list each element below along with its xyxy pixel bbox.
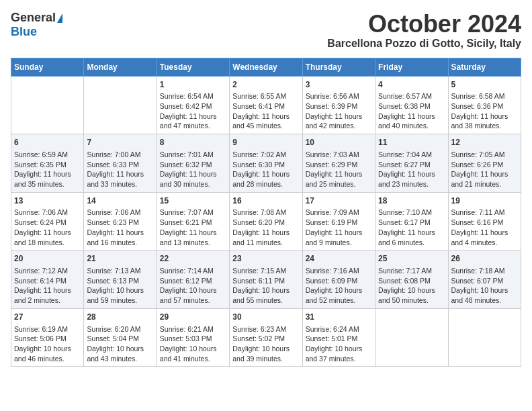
day-number: 8 <box>160 137 226 148</box>
calendar-cell: 24Sunrise: 7:16 AM Sunset: 6:09 PM Dayli… <box>302 250 375 309</box>
cell-content: Sunrise: 6:58 AM Sunset: 6:36 PM Dayligh… <box>451 91 518 131</box>
calendar-cell: 31Sunrise: 6:24 AM Sunset: 5:01 PM Dayli… <box>302 308 375 367</box>
calendar-cell <box>448 308 521 367</box>
calendar-cell: 13Sunrise: 7:06 AM Sunset: 6:24 PM Dayli… <box>11 192 84 250</box>
day-number: 25 <box>378 253 445 265</box>
day-number: 6 <box>14 137 81 148</box>
calendar-cell: 11Sunrise: 7:04 AM Sunset: 6:27 PM Dayli… <box>375 134 448 193</box>
calendar-cell <box>375 308 448 367</box>
day-number: 24 <box>306 253 372 265</box>
calendar-cell: 20Sunrise: 7:12 AM Sunset: 6:14 PM Dayli… <box>11 250 84 309</box>
calendar-cell: 2Sunrise: 6:55 AM Sunset: 6:41 PM Daylig… <box>230 76 302 134</box>
calendar-cell: 6Sunrise: 6:59 AM Sunset: 6:35 PM Daylig… <box>11 134 84 193</box>
cell-content: Sunrise: 6:24 AM Sunset: 5:01 PM Dayligh… <box>306 324 372 364</box>
calendar-cell: 23Sunrise: 7:15 AM Sunset: 6:11 PM Dayli… <box>230 250 302 309</box>
calendar-cell: 7Sunrise: 7:00 AM Sunset: 6:33 PM Daylig… <box>84 134 157 193</box>
day-number: 26 <box>451 253 518 265</box>
cell-content: Sunrise: 7:01 AM Sunset: 6:32 PM Dayligh… <box>160 150 226 189</box>
day-header-thursday: Thursday <box>302 58 375 76</box>
day-number: 31 <box>306 312 372 323</box>
calendar-cell: 1Sunrise: 6:54 AM Sunset: 6:42 PM Daylig… <box>157 76 229 134</box>
calendar-week-row: 20Sunrise: 7:12 AM Sunset: 6:14 PM Dayli… <box>11 250 521 309</box>
cell-content: Sunrise: 7:11 AM Sunset: 6:16 PM Dayligh… <box>451 208 518 247</box>
calendar-cell: 21Sunrise: 7:13 AM Sunset: 6:13 PM Dayli… <box>84 250 157 309</box>
day-header-wednesday: Wednesday <box>230 58 302 76</box>
day-number: 13 <box>14 195 81 207</box>
cell-content: Sunrise: 7:04 AM Sunset: 6:27 PM Dayligh… <box>378 150 445 189</box>
calendar-week-row: 1Sunrise: 6:54 AM Sunset: 6:42 PM Daylig… <box>11 76 521 134</box>
cell-content: Sunrise: 7:10 AM Sunset: 6:17 PM Dayligh… <box>378 208 445 247</box>
cell-content: Sunrise: 6:20 AM Sunset: 5:04 PM Dayligh… <box>87 324 153 364</box>
calendar-cell: 17Sunrise: 7:09 AM Sunset: 6:19 PM Dayli… <box>302 192 375 250</box>
day-number: 22 <box>160 253 226 265</box>
cell-content: Sunrise: 7:09 AM Sunset: 6:19 PM Dayligh… <box>306 208 372 247</box>
day-header-sunday: Sunday <box>11 58 84 76</box>
cell-content: Sunrise: 6:23 AM Sunset: 5:02 PM Dayligh… <box>232 324 299 364</box>
logo: General Blue <box>11 11 62 39</box>
day-number: 16 <box>232 195 299 207</box>
calendar-cell: 26Sunrise: 7:18 AM Sunset: 6:07 PM Dayli… <box>448 250 521 309</box>
cell-content: Sunrise: 7:08 AM Sunset: 6:20 PM Dayligh… <box>232 208 299 247</box>
calendar-body: 1Sunrise: 6:54 AM Sunset: 6:42 PM Daylig… <box>11 76 521 367</box>
day-number: 30 <box>232 312 299 323</box>
day-number: 5 <box>451 79 518 91</box>
day-number: 20 <box>14 253 81 265</box>
cell-content: Sunrise: 6:59 AM Sunset: 6:35 PM Dayligh… <box>14 150 81 189</box>
day-number: 4 <box>378 79 445 91</box>
logo-general-text: General <box>11 11 56 25</box>
calendar-cell <box>11 76 84 134</box>
cell-content: Sunrise: 7:17 AM Sunset: 6:08 PM Dayligh… <box>378 266 445 306</box>
day-number: 23 <box>232 253 299 265</box>
calendar-cell: 18Sunrise: 7:10 AM Sunset: 6:17 PM Dayli… <box>375 192 448 250</box>
cell-content: Sunrise: 6:19 AM Sunset: 5:06 PM Dayligh… <box>14 324 81 364</box>
day-number: 12 <box>451 137 518 148</box>
month-title: October 2024 <box>327 11 521 38</box>
calendar-cell: 22Sunrise: 7:14 AM Sunset: 6:12 PM Dayli… <box>157 250 229 309</box>
day-number: 15 <box>160 195 226 207</box>
calendar-cell: 30Sunrise: 6:23 AM Sunset: 5:02 PM Dayli… <box>230 308 302 367</box>
day-number: 18 <box>378 195 445 207</box>
calendar-cell: 10Sunrise: 7:03 AM Sunset: 6:29 PM Dayli… <box>302 134 375 193</box>
calendar-week-row: 13Sunrise: 7:06 AM Sunset: 6:24 PM Dayli… <box>11 192 521 250</box>
day-number: 21 <box>87 253 153 265</box>
cell-content: Sunrise: 7:07 AM Sunset: 6:21 PM Dayligh… <box>160 208 226 247</box>
day-number: 19 <box>451 195 518 207</box>
day-number: 9 <box>232 137 299 148</box>
cell-content: Sunrise: 6:54 AM Sunset: 6:42 PM Dayligh… <box>160 91 226 131</box>
cell-content: Sunrise: 7:12 AM Sunset: 6:14 PM Dayligh… <box>14 266 81 306</box>
day-number: 10 <box>306 137 372 148</box>
day-header-friday: Friday <box>375 58 448 76</box>
day-number: 3 <box>306 79 372 91</box>
logo-triangle-icon <box>57 13 62 23</box>
day-number: 28 <box>87 312 153 323</box>
cell-content: Sunrise: 7:06 AM Sunset: 6:23 PM Dayligh… <box>87 208 153 247</box>
cell-content: Sunrise: 7:15 AM Sunset: 6:11 PM Dayligh… <box>232 266 299 306</box>
cell-content: Sunrise: 7:16 AM Sunset: 6:09 PM Dayligh… <box>306 266 372 306</box>
day-number: 14 <box>87 195 153 207</box>
day-number: 7 <box>87 137 153 148</box>
cell-content: Sunrise: 6:57 AM Sunset: 6:38 PM Dayligh… <box>378 91 445 131</box>
day-header-tuesday: Tuesday <box>157 58 229 76</box>
day-number: 11 <box>378 137 445 148</box>
page-header: General Blue October 2024 Barcellona Poz… <box>11 11 521 50</box>
calendar-cell: 19Sunrise: 7:11 AM Sunset: 6:16 PM Dayli… <box>448 192 521 250</box>
calendar-cell: 5Sunrise: 6:58 AM Sunset: 6:36 PM Daylig… <box>448 76 521 134</box>
logo-blue-text: Blue <box>11 25 37 38</box>
calendar-cell: 4Sunrise: 6:57 AM Sunset: 6:38 PM Daylig… <box>375 76 448 134</box>
calendar-cell: 25Sunrise: 7:17 AM Sunset: 6:08 PM Dayli… <box>375 250 448 309</box>
day-number: 27 <box>14 312 81 323</box>
cell-content: Sunrise: 7:06 AM Sunset: 6:24 PM Dayligh… <box>14 208 81 247</box>
calendar-table: SundayMondayTuesdayWednesdayThursdayFrid… <box>11 58 521 367</box>
calendar-cell: 12Sunrise: 7:05 AM Sunset: 6:26 PM Dayli… <box>448 134 521 193</box>
calendar-cell: 15Sunrise: 7:07 AM Sunset: 6:21 PM Dayli… <box>157 192 229 250</box>
day-number: 2 <box>232 79 299 91</box>
calendar-cell: 29Sunrise: 6:21 AM Sunset: 5:03 PM Dayli… <box>157 308 229 367</box>
cell-content: Sunrise: 6:21 AM Sunset: 5:03 PM Dayligh… <box>160 324 226 364</box>
calendar-cell: 8Sunrise: 7:01 AM Sunset: 6:32 PM Daylig… <box>157 134 229 193</box>
cell-content: Sunrise: 6:55 AM Sunset: 6:41 PM Dayligh… <box>232 91 299 131</box>
cell-content: Sunrise: 6:56 AM Sunset: 6:39 PM Dayligh… <box>306 91 372 131</box>
day-header-saturday: Saturday <box>448 58 521 76</box>
cell-content: Sunrise: 7:13 AM Sunset: 6:13 PM Dayligh… <box>87 266 153 306</box>
calendar-cell: 9Sunrise: 7:02 AM Sunset: 6:30 PM Daylig… <box>230 134 302 193</box>
cell-content: Sunrise: 7:03 AM Sunset: 6:29 PM Dayligh… <box>306 150 372 189</box>
